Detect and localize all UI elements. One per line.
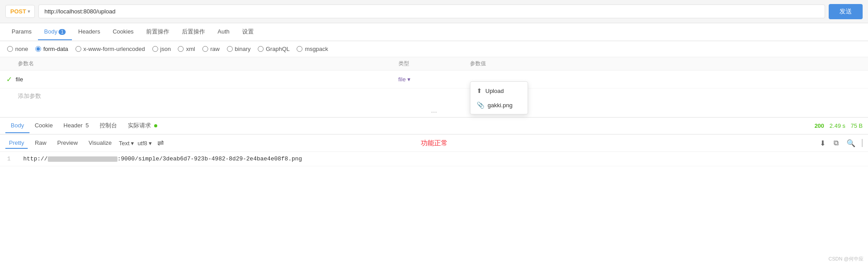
upload-icon: ⬆ xyxy=(477,87,482,94)
encoding-label: utf8 xyxy=(138,140,147,147)
format-select[interactable]: Text ▾ xyxy=(119,140,134,147)
format-chevron-icon: ▾ xyxy=(131,140,134,147)
check-icon[interactable]: ✓ xyxy=(6,75,12,84)
res-tab-pretty[interactable]: Pretty xyxy=(5,138,28,149)
tab-pre-action[interactable]: 前置操作 xyxy=(140,23,176,41)
response-body: 1 http:// :9000/simple/3deab6d7-923b-498… xyxy=(0,152,868,179)
encoding-select[interactable]: utf8 ▾ xyxy=(138,140,152,147)
dropdown-menu: ⬆ Upload 📎 gakki.png xyxy=(470,81,528,114)
method-button[interactable]: POST ▾ xyxy=(5,5,35,18)
bottom-tab-actual-request[interactable]: 实际请求 xyxy=(122,118,163,134)
tab-post-action[interactable]: 后置操作 xyxy=(176,23,211,41)
dropdown-file-label: gakki.png xyxy=(488,102,513,109)
params-table-header: 参数名 类型 参数值 xyxy=(0,57,868,71)
url-suffix: :9000/simple/3deab6d7-923b-4982-8d29-2e4… xyxy=(117,156,302,162)
dropdown-upload-label: Upload xyxy=(486,88,504,94)
bottom-tab-console[interactable]: 控制台 xyxy=(94,118,122,134)
url-prefix: http:// xyxy=(23,156,48,162)
params-col-value: 参数值 xyxy=(470,60,851,67)
status-code: 200 xyxy=(814,122,824,129)
tab-params[interactable]: Params xyxy=(5,24,38,40)
param-value-cell: ⬆ Upload 📎 gakki.png xyxy=(470,76,862,83)
dropdown-upload-item[interactable]: ⬆ Upload xyxy=(470,84,528,98)
response-line-1: 1 http:// :9000/simple/3deab6d7-923b-498… xyxy=(0,152,868,166)
live-indicator xyxy=(154,124,157,127)
status-info: 200 2.49 s 75 B xyxy=(814,122,863,129)
body-type-xml[interactable]: xml xyxy=(178,46,195,52)
divider xyxy=(862,139,863,147)
attachment-icon: 📎 xyxy=(477,101,484,109)
param-type-cell[interactable]: file ▾ xyxy=(398,76,470,83)
function-status: 功能正常 xyxy=(421,139,448,147)
param-type-chevron-icon: ▾ xyxy=(407,76,411,83)
tab-body[interactable]: Body1 xyxy=(38,24,72,40)
wrap-button[interactable]: ⇌ xyxy=(155,137,166,149)
bottom-tab-body[interactable]: Body xyxy=(5,118,29,133)
method-chevron-icon: ▾ xyxy=(28,9,30,14)
params-col-name: 参数名 xyxy=(18,60,398,67)
tab-cookies[interactable]: Cookies xyxy=(106,24,140,40)
param-name-value[interactable]: file xyxy=(16,76,23,83)
encoding-chevron-icon: ▾ xyxy=(149,140,152,147)
download-button[interactable]: ⬇ xyxy=(818,138,827,148)
line-number: 1 xyxy=(7,156,16,162)
send-button[interactable]: 发送 xyxy=(829,4,863,19)
status-time: 2.49 s xyxy=(830,122,845,129)
search-button[interactable]: 🔍 xyxy=(845,138,857,148)
url-bar: POST ▾ 发送 xyxy=(0,0,868,23)
params-col-type: 类型 xyxy=(398,60,470,67)
res-tab-preview[interactable]: Preview xyxy=(54,138,81,149)
tab-settings[interactable]: 设置 xyxy=(236,23,260,41)
param-name-cell: ✓ file xyxy=(6,75,398,84)
body-type-binary[interactable]: binary xyxy=(227,46,251,52)
bottom-tabs-row: Body Cookie Header 5 控制台 实际请求 200 2.49 s… xyxy=(0,118,868,135)
table-row: ✓ file file ▾ ⬆ Upload 📎 gakki.png xyxy=(0,71,868,88)
body-type-json[interactable]: json xyxy=(152,46,171,52)
dots-row: ... xyxy=(0,104,868,118)
body-type-raw[interactable]: raw xyxy=(202,46,220,52)
body-type-row: none form-data x-www-form-urlencoded jso… xyxy=(0,41,868,57)
bottom-section: Body Cookie Header 5 控制台 实际请求 200 2.49 s… xyxy=(0,118,868,179)
dropdown-file-item[interactable]: 📎 gakki.png xyxy=(470,98,528,112)
bottom-tab-header[interactable]: Header 5 xyxy=(58,118,94,133)
body-type-form-data[interactable]: form-data xyxy=(35,46,68,52)
response-toolbar: Pretty Raw Preview Visualize Text ▾ utf8… xyxy=(0,135,868,152)
status-size: 75 B xyxy=(851,122,863,129)
method-label: POST xyxy=(10,8,26,15)
header-badge: 5 xyxy=(85,122,88,129)
body-type-graphql[interactable]: GraphQL xyxy=(258,46,289,52)
body-type-urlencoded[interactable]: x-www-form-urlencoded xyxy=(75,46,145,52)
bottom-tab-cookie[interactable]: Cookie xyxy=(29,118,58,133)
main-tabs: Params Body1 Headers Cookies 前置操作 后置操作 A… xyxy=(0,23,868,41)
add-param-button[interactable]: 添加参数 xyxy=(0,88,868,104)
response-content: http:// :9000/simple/3deab6d7-923b-4982-… xyxy=(23,156,302,162)
res-tab-visualize[interactable]: Visualize xyxy=(85,138,115,149)
tab-headers[interactable]: Headers xyxy=(72,24,106,40)
censored-ip xyxy=(48,156,117,162)
copy-button[interactable]: ⧉ xyxy=(832,138,840,148)
format-label: Text xyxy=(119,140,130,147)
param-type-value: file xyxy=(398,76,406,83)
body-type-msgpack[interactable]: msgpack xyxy=(297,46,328,52)
url-input[interactable] xyxy=(38,4,825,18)
body-type-none[interactable]: none xyxy=(7,46,28,52)
tab-auth[interactable]: Auth xyxy=(211,24,236,40)
res-tab-raw[interactable]: Raw xyxy=(31,138,50,149)
